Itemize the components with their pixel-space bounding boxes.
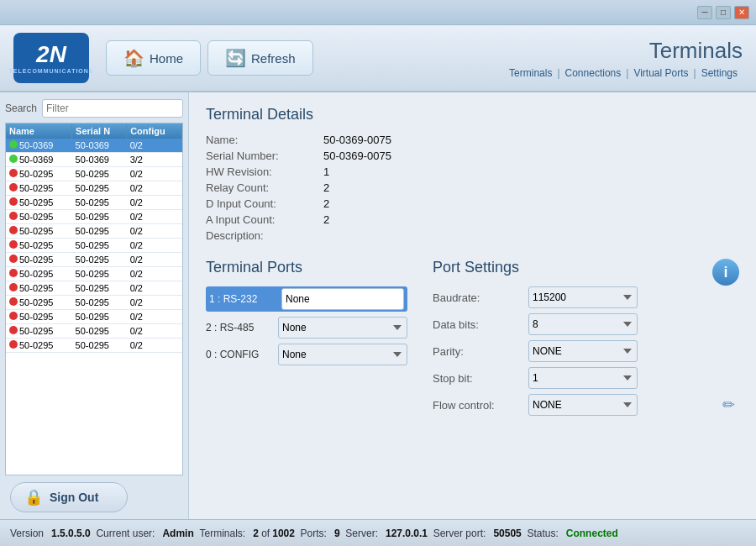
- baudrate-select[interactable]: 115200: [528, 286, 638, 308]
- minimize-button[interactable]: ─: [697, 6, 712, 19]
- nav-link-virtual-ports[interactable]: Virtual Ports: [628, 67, 693, 79]
- content-area: Terminal Details Name: 50-0369-0075 Seri…: [189, 92, 756, 519]
- green-status-dot: [9, 140, 18, 149]
- cell-config: 3/2: [127, 153, 182, 167]
- top-area: 2N TELECOMMUNICATIONS 🏠 Home 🔄 Refresh T…: [0, 25, 756, 92]
- databits-select[interactable]: 8: [528, 313, 638, 335]
- table-row[interactable]: 50-0295 50-0295 0/2: [6, 267, 182, 281]
- port-row: 0 : CONFIG None: [206, 344, 407, 365]
- terminals-total: 1002: [272, 528, 295, 539]
- refresh-button[interactable]: 🔄 Refresh: [207, 40, 313, 76]
- maximize-button[interactable]: □: [716, 6, 731, 19]
- table-row[interactable]: 50-0369 50-0369 3/2: [6, 153, 182, 167]
- table-row[interactable]: 50-0295 50-0295 0/2: [6, 324, 182, 339]
- home-label: Home: [150, 51, 183, 66]
- search-input[interactable]: [42, 99, 183, 118]
- close-button[interactable]: ✕: [734, 6, 749, 19]
- cell-config: 0/2: [127, 239, 182, 253]
- cell-config: 0/2: [127, 224, 182, 239]
- terminals-count: 2: [253, 528, 259, 539]
- table-row[interactable]: 50-0295 50-0295 0/2: [6, 210, 182, 224]
- red-status-dot: [9, 297, 18, 306]
- nav-link-terminals[interactable]: Terminals: [504, 67, 557, 79]
- serverport-value: 50505: [493, 528, 521, 539]
- home-icon: 🏠: [123, 48, 144, 68]
- cell-serial: 50-0295: [72, 339, 127, 353]
- search-label: Search: [5, 102, 37, 114]
- serial-label: Serial Number:: [206, 150, 323, 162]
- edit-icon[interactable]: ✏: [722, 396, 739, 414]
- window-controls: ─ □ ✕: [697, 6, 749, 19]
- table-row[interactable]: 50-0295 50-0295 0/2: [6, 281, 182, 296]
- hw-value: 1: [323, 165, 739, 178]
- nav-link-connections[interactable]: Connections: [560, 67, 627, 79]
- cell-serial: 50-0369: [72, 153, 127, 167]
- red-status-dot: [9, 283, 18, 291]
- hw-label: HW Revision:: [206, 165, 323, 178]
- cell-config: 0/2: [127, 210, 182, 224]
- info-icon[interactable]: i: [712, 259, 739, 286]
- sign-out-button[interactable]: 🔒 Sign Out: [10, 482, 128, 512]
- cell-config: 0/2: [127, 139, 182, 153]
- table-row[interactable]: 50-0295 50-0295 0/2: [6, 253, 182, 267]
- serial-value: 50-0369-0075: [323, 150, 739, 162]
- green-status-dot: [9, 155, 18, 163]
- cell-name: 50-0295: [6, 181, 72, 196]
- cell-serial: 50-0295: [72, 310, 127, 324]
- table-row[interactable]: 50-0295 50-0295 0/2: [6, 167, 182, 181]
- table-row[interactable]: 50-0295 50-0295 0/2: [6, 310, 182, 324]
- cell-serial: 50-0369: [72, 139, 127, 153]
- cell-config: 0/2: [127, 296, 182, 310]
- port-select[interactable]: None: [281, 288, 404, 310]
- cell-serial: 50-0295: [72, 239, 127, 253]
- logo-2n: 2N: [36, 43, 66, 66]
- cell-config: 0/2: [127, 310, 182, 324]
- red-status-dot: [9, 197, 18, 206]
- nav-buttons: 🏠 Home 🔄 Refresh: [106, 40, 313, 76]
- cell-serial: 50-0295: [72, 267, 127, 281]
- port-label: 1 : RS-232: [209, 293, 276, 305]
- port-select[interactable]: None: [278, 344, 407, 365]
- table-row[interactable]: 50-0295 50-0295 0/2: [6, 196, 182, 210]
- flowcontrol-select[interactable]: NONE: [528, 394, 638, 416]
- top-nav-links: Terminals | Connections | Virtual Ports …: [504, 67, 743, 79]
- table-row[interactable]: 50-0295 50-0295 0/2: [6, 239, 182, 253]
- cell-name: 50-0295: [6, 339, 72, 353]
- port-label: 2 : RS-485: [206, 322, 273, 333]
- table-row[interactable]: 50-0295 50-0295 0/2: [6, 224, 182, 239]
- cell-config: 0/2: [127, 196, 182, 210]
- relay-label: Relay Count:: [206, 181, 323, 194]
- desc-label: Description:: [206, 229, 323, 242]
- ports-value: 9: [334, 528, 340, 539]
- stopbit-select[interactable]: 1: [528, 367, 638, 389]
- table-row[interactable]: 50-0295 50-0295 0/2: [6, 296, 182, 310]
- serverport-label: Server port:: [433, 528, 486, 539]
- refresh-label: Refresh: [251, 51, 296, 66]
- cell-name: 50-0369: [6, 153, 72, 167]
- cell-name: 50-0295: [6, 296, 72, 310]
- stopbit-label: Stop bit:: [433, 372, 525, 385]
- databits-label: Data bits:: [433, 318, 525, 331]
- version-label: Version: [10, 528, 44, 539]
- cell-config: 0/2: [127, 253, 182, 267]
- cell-name: 50-0369: [6, 139, 72, 153]
- name-value: 50-0369-0075: [323, 134, 739, 146]
- table-row[interactable]: 50-0295 50-0295 0/2: [6, 339, 182, 353]
- port-select[interactable]: None: [278, 317, 407, 339]
- cell-name: 50-0295: [6, 310, 72, 324]
- ports-label: Ports:: [301, 528, 327, 539]
- table-row[interactable]: 50-0369 50-0369 0/2: [6, 139, 182, 153]
- home-button[interactable]: 🏠 Home: [106, 40, 201, 76]
- ports-container: 1 : RS-232 None 2 : RS-485 None 0 : CONF…: [206, 286, 407, 365]
- main-area: Search Name Serial N Configu 50-0369 50-…: [0, 92, 756, 519]
- table-row[interactable]: 50-0295 50-0295 0/2: [6, 181, 182, 196]
- status-value: Connected: [566, 528, 618, 539]
- title-bar: ─ □ ✕: [0, 0, 756, 25]
- parity-select[interactable]: NONE: [528, 340, 638, 362]
- settings-panel: i Port Settings Baudrate: 115200 Data bi…: [433, 259, 739, 416]
- relay-value: 2: [323, 181, 739, 194]
- cell-serial: 50-0295: [72, 253, 127, 267]
- nav-link-settings[interactable]: Settings: [696, 67, 743, 79]
- ainput-value: 2: [323, 213, 739, 226]
- cell-config: 0/2: [127, 167, 182, 181]
